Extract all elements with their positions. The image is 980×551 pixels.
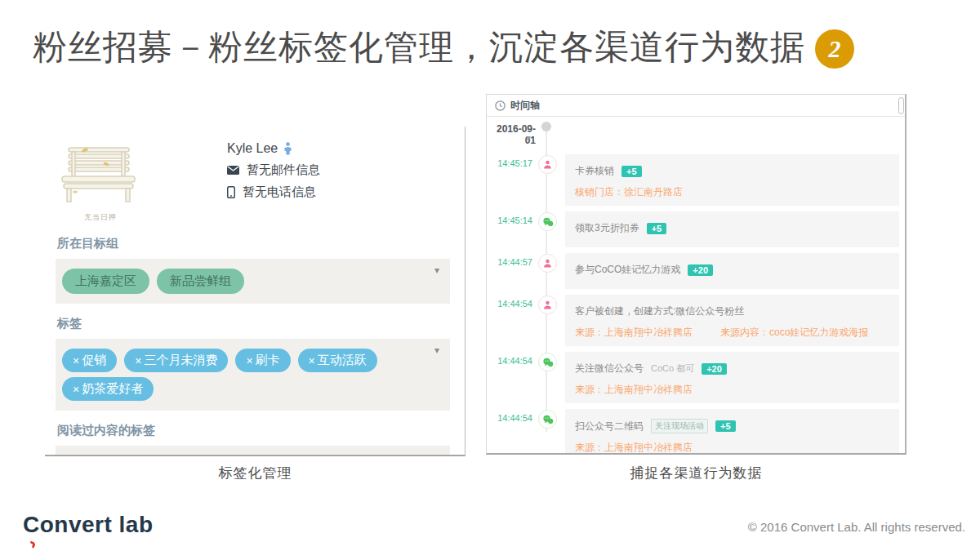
entry-title: 参与CoCO娃记忆力游戏 <box>575 263 680 277</box>
pill-label: 三个月未消费 <box>144 353 217 368</box>
phone-icon <box>227 186 235 198</box>
contact-info: Kyle Lee 暂无邮件信息 <box>227 140 320 223</box>
entry-links: 来源：上海南翔中冶祥腾店 <box>575 441 889 455</box>
groups-row: ▾ 上海嘉定区新品尝鲜组 <box>56 259 450 304</box>
entry-card: 扫公众号二维码关注现场活动+5来源：上海南翔中冶祥腾店 <box>565 409 899 455</box>
pill-label: 上海嘉定区 <box>75 273 136 289</box>
timeline-entry: 14:44:57参与CoCO娃记忆力游戏+20 <box>487 253 905 289</box>
slide-title-row: 粉丝招募－粉丝标签化管理，沉淀各渠道行为数据 2 <box>33 24 854 70</box>
timeline-header: 时间轴 <box>487 95 905 117</box>
logo-text: Convert lab <box>23 512 154 537</box>
dropdown-caret[interactable]: ▾ <box>434 344 439 356</box>
tag-pill[interactable]: ×三个月未消费 <box>124 349 228 372</box>
tag-pill[interactable]: ×刷卡 <box>235 349 290 372</box>
entry-tag: 关注现场活动 <box>651 419 708 433</box>
scrollbar-thumb[interactable] <box>898 97 904 114</box>
entry-card: 领取3元折扣券+5 <box>565 211 899 247</box>
entry-link[interactable]: 来源内容：coco娃记忆力游戏海报 <box>720 326 868 340</box>
profile-section: 无当日押 Kyle Lee 暂无邮件信息 <box>56 140 450 223</box>
timeline-title: 时间轴 <box>510 99 540 113</box>
remove-tag-icon[interactable]: × <box>73 354 79 367</box>
timeline-entry: 14:45:17卡券核销+5核销门店：徐汇南丹路店 <box>487 154 905 206</box>
entry-title: 客户被创建，创建方式:微信公众号粉丝 <box>575 304 744 318</box>
pill-label: 奶茶爱好者 <box>82 381 143 397</box>
wechat-icon <box>538 353 557 371</box>
remove-tag-icon[interactable]: × <box>135 354 141 367</box>
entry-time: 14:44:54 <box>490 409 532 455</box>
timeline-entry: 14:44:54客户被创建，创建方式:微信公众号粉丝来源：上海南翔中冶祥腾店来源… <box>487 295 905 346</box>
customer-name: Kyle Lee <box>227 141 278 156</box>
entry-links: 来源：上海南翔中冶祥腾店 <box>575 383 889 397</box>
read-tags-row: 公益活动 <box>56 446 450 456</box>
score-badge: +5 <box>715 420 736 432</box>
remove-tag-icon[interactable]: × <box>246 354 252 367</box>
dropdown-caret[interactable]: ▾ <box>434 264 439 276</box>
entry-link[interactable]: 来源：上海南翔中冶祥腾店 <box>575 326 693 340</box>
tagging-panel: 无当日押 Kyle Lee 暂无邮件信息 <box>45 127 466 456</box>
entry-title: 关注微信公众号 <box>575 362 644 375</box>
person-icon <box>538 295 557 314</box>
entry-time: 14:45:17 <box>490 154 532 206</box>
email-icon <box>227 166 239 175</box>
entry-time: 14:45:14 <box>490 211 532 247</box>
tag-pill[interactable]: 公益活动 <box>62 455 160 456</box>
score-badge: +20 <box>688 264 713 276</box>
entry-links: 来源：上海南翔中冶祥腾店来源内容：coco娃记忆力游戏海报 <box>575 326 889 340</box>
gender-male-icon <box>283 142 292 155</box>
pill-label: 新品尝鲜组 <box>170 273 231 289</box>
entry-link[interactable]: 来源：上海南翔中冶祥腾店 <box>575 383 693 397</box>
right-panel-caption: 捕捉各渠道行为数据 <box>486 464 906 482</box>
convertlab-logo: Convert lab <box>23 512 154 538</box>
score-badge: +20 <box>702 363 727 375</box>
pill-label: 促销 <box>82 353 106 368</box>
tag-pill[interactable]: 新品尝鲜组 <box>157 269 244 294</box>
tag-pill[interactable]: ×互动活跃 <box>298 349 377 372</box>
copyright-text: © 2016 Convert Lab. All rights reserved. <box>748 520 965 534</box>
read-tags-section-header: 阅读过内容的标签 <box>57 423 450 438</box>
timeline-entry: 14:44:54扫公众号二维码关注现场活动+5来源：上海南翔中冶祥腾店 <box>487 409 905 455</box>
entry-title: 扫公众号二维码 <box>575 420 644 433</box>
score-badge: +5 <box>647 223 667 234</box>
timeline-entries: 14:45:17卡券核销+5核销门店：徐汇南丹路店14:45:14领取3元折扣券… <box>487 154 905 455</box>
remove-tag-icon[interactable]: × <box>73 383 79 396</box>
entry-link[interactable]: 核销门店：徐汇南丹路店 <box>575 185 683 199</box>
tags-section-header: 标签 <box>57 316 450 331</box>
clock-icon <box>495 100 506 111</box>
email-status: 暂无邮件信息 <box>247 162 320 178</box>
entry-card: 关注微信公众号CoCo 都可+20来源：上海南翔中冶祥腾店 <box>565 352 899 403</box>
page-title: 粉丝招募－粉丝标签化管理，沉淀各渠道行为数据 <box>33 24 805 70</box>
tag-pill[interactable]: ×奶茶爱好者 <box>62 377 154 401</box>
left-panel-caption: 标签化管理 <box>45 464 466 482</box>
tags-row: ▾ ×促销×三个月未消费×刷卡×互动活跃×奶茶爱好者 <box>56 339 450 411</box>
groups-section-header: 所在目标组 <box>57 236 450 251</box>
timeline-panel: 时间轴 2016-09-01 ▼ 14:45:17卡券核销+5核销门店：徐汇南丹… <box>486 94 906 455</box>
remove-tag-icon[interactable]: × <box>309 354 315 367</box>
avatar-block: 无当日押 <box>56 140 145 223</box>
timeline-date-row: 2016-09-01 ▼ <box>487 123 905 148</box>
entry-card: 卡券核销+5核销门店：徐汇南丹路店 <box>565 154 899 206</box>
entry-time: 14:44:54 <box>490 295 532 346</box>
date-caret-icon[interactable]: ▼ <box>524 134 532 143</box>
timeline-body: 2016-09-01 ▼ 14:45:17卡券核销+5核销门店：徐汇南丹路店14… <box>487 117 905 455</box>
slide: 粉丝招募－粉丝标签化管理，沉淀各渠道行为数据 2 <box>0 0 980 551</box>
tag-pill[interactable]: 上海嘉定区 <box>62 269 149 294</box>
tag-pill[interactable]: ×促销 <box>62 349 117 372</box>
wechat-icon <box>538 212 557 231</box>
entry-card: 参与CoCO娃记忆力游戏+20 <box>565 253 899 289</box>
entry-time: 14:44:57 <box>490 253 532 289</box>
person-icon <box>538 155 557 174</box>
pill-label: 刷卡 <box>256 353 280 368</box>
score-badge: +5 <box>621 166 642 177</box>
timeline-date-dot <box>541 122 551 131</box>
entry-subtitle: CoCo 都可 <box>651 362 694 375</box>
slide-number-badge: 2 <box>815 29 854 69</box>
person-icon <box>538 254 557 273</box>
entry-card: 客户被创建，创建方式:微信公众号粉丝来源：上海南翔中冶祥腾店来源内容：coco娃… <box>565 295 899 346</box>
timeline-entry: 14:45:14领取3元折扣券+5 <box>487 211 905 247</box>
timeline-entry: 14:44:54关注微信公众号CoCo 都可+20来源：上海南翔中冶祥腾店 <box>487 352 905 403</box>
entry-links: 核销门店：徐汇南丹路店 <box>575 185 889 199</box>
entry-title: 卡券核销 <box>575 164 614 178</box>
phone-status: 暂无电话信息 <box>243 184 316 200</box>
logo-swirl-icon <box>27 540 37 550</box>
entry-link[interactable]: 来源：上海南翔中冶祥腾店 <box>575 441 693 455</box>
